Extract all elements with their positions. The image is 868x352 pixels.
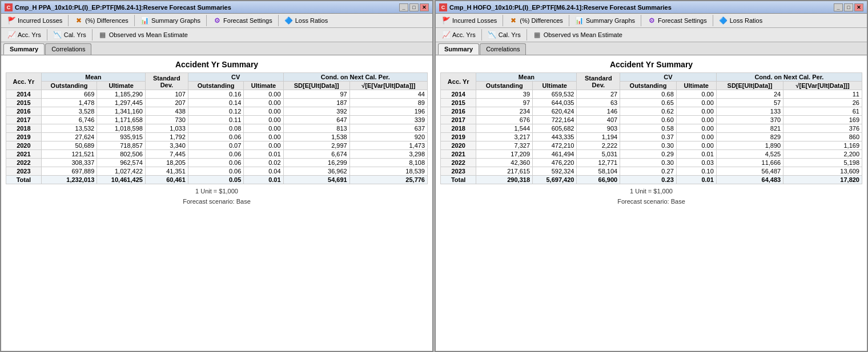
table-cell: 1,478 (41, 99, 97, 107)
right-minimize-btn[interactable]: _ (834, 3, 843, 11)
left-incurred-losses-btn[interactable]: 🚩 Incurred Losses (3, 15, 66, 26)
left-col-cond: Cond. on Next Cal. Per. (283, 73, 427, 82)
table-cell: 1,169 (783, 141, 862, 150)
table-cell: 27,624 (41, 133, 97, 141)
table-cell: 2018 (441, 124, 476, 133)
left-tab-correlations[interactable]: Correlations (45, 43, 91, 55)
table-cell: 13,532 (41, 124, 97, 133)
left-col-m-ult: Ultimate (97, 82, 146, 90)
table-cell: 730 (145, 116, 188, 124)
table-cell: 0.30 (620, 159, 677, 167)
table-cell: 89 (349, 99, 427, 107)
right-tab-summary[interactable]: Summary (438, 43, 479, 55)
table-cell: 0.00 (676, 107, 716, 116)
table-cell: 24 (716, 90, 783, 99)
table-cell: 0.00 (676, 124, 716, 133)
right-incurred-losses-btn[interactable]: 🚩 Incurred Losses (438, 15, 500, 26)
table-cell: 7,327 (476, 141, 533, 150)
right-cal-yrs-btn[interactable]: 📉 Cal. Yrs (484, 29, 524, 41)
table-cell: 1,341,160 (97, 107, 146, 116)
table-cell: 1,890 (716, 141, 783, 150)
table-cell: 2022 (6, 159, 42, 167)
table-cell: 0.01 (244, 176, 283, 184)
left-col-cv-ult: Ultimate (244, 82, 283, 90)
table-cell: 133 (716, 107, 783, 116)
right-loss-icon: 🔷 (719, 16, 728, 25)
table-cell: 2020 (6, 141, 42, 150)
right-acc-yrs-btn[interactable]: 📈 Acc. Yrs (438, 29, 479, 41)
right-col-std: StandardDev. (577, 73, 620, 90)
table-cell: 438 (145, 107, 188, 116)
right-flag-icon: 🚩 (441, 16, 451, 25)
table-cell: 461,494 (533, 150, 577, 159)
table-cell: 50,689 (41, 141, 97, 150)
table-cell: 2015 (441, 99, 476, 107)
table-cell: 196 (349, 107, 427, 116)
left-summary-graphs-btn[interactable]: 📊 Summary Graphs (137, 15, 204, 26)
table-cell: 6,746 (41, 116, 97, 124)
table-cell: 1,194 (577, 133, 620, 141)
table-cell: 97 (283, 90, 349, 99)
table-cell: 66,900 (577, 176, 620, 184)
right-data-table: Acc. Yr Mean StandardDev. CV Cond. on Ne… (440, 72, 862, 184)
right-close-btn[interactable]: ✕ (854, 3, 863, 11)
table-cell: 0.11 (188, 116, 244, 124)
table-cell: 0.00 (676, 133, 716, 141)
left-differences-btn[interactable]: ✖ (%) Differences (71, 15, 132, 26)
left-col-std: StandardDev. (145, 73, 188, 90)
right-obs-icon: ▦ (533, 30, 542, 39)
table-cell: 0.65 (620, 99, 677, 107)
left-close-btn[interactable]: ✕ (420, 3, 429, 11)
table-cell: 0.07 (188, 141, 244, 150)
table-cell: 57 (716, 99, 783, 107)
table-cell: 829 (716, 133, 783, 141)
table-cell: 718,857 (97, 141, 146, 150)
table-cell: 25,776 (349, 176, 427, 184)
right-summary-graphs-btn[interactable]: 📊 Summary Graphs (572, 15, 638, 26)
left-col-cond-sd: SD[E[Ult|Data]] (283, 82, 349, 90)
table-cell: 63 (577, 99, 620, 107)
table-cell: 1,232,013 (41, 176, 97, 184)
right-col-cond-sd: SD[E[Ult|Data]] (716, 82, 783, 90)
left-minimize-btn[interactable]: _ (399, 3, 408, 11)
table-cell: 11 (783, 90, 862, 99)
left-forecast-settings-btn[interactable]: ⚙ Forecast Settings (209, 15, 276, 26)
table-cell: 61 (783, 107, 862, 116)
table-cell: 27 (577, 90, 620, 99)
table-cell: 2022 (441, 159, 476, 167)
left-footer1: 1 Unit = $1,000 (6, 188, 428, 195)
left-loss-ratios-btn[interactable]: 🔷 Loss Ratios (281, 15, 331, 26)
left-tab-summary[interactable]: Summary (3, 43, 45, 55)
table-cell: 2014 (441, 90, 476, 99)
table-cell: 2017 (6, 116, 42, 124)
table-cell: 2019 (441, 133, 476, 141)
left-cal-yrs-btn[interactable]: 📉 Cal. Yrs (50, 29, 90, 41)
table-cell: 722,164 (533, 116, 577, 124)
table-cell: 7,445 (145, 150, 188, 159)
table-cell: 2021 (6, 150, 42, 159)
right-col-cv: CV (620, 73, 717, 82)
left-maximize-btn[interactable]: □ (409, 3, 419, 11)
right-cal-icon: 📉 (488, 30, 497, 39)
left-obs-vs-mean-btn[interactable]: ▦ Observed vs Mean Estimate (95, 29, 191, 41)
right-content: Accident Yr Summary Acc. Yr Mean Standar… (436, 55, 867, 351)
right-tab-correlations[interactable]: Correlations (480, 43, 526, 55)
table-cell: 0.06 (188, 159, 244, 167)
table-cell: 0.00 (676, 90, 716, 99)
right-forecast-settings-btn[interactable]: ⚙ Forecast Settings (644, 15, 710, 26)
right-differences-btn[interactable]: ✖ (%) Differences (505, 15, 566, 26)
table-cell: 0.01 (676, 150, 716, 159)
left-acc-yrs-btn[interactable]: 📈 Acc. Yrs (3, 29, 45, 41)
table-cell: 2018 (6, 124, 42, 133)
table-cell: Total (6, 176, 42, 184)
right-sep1 (503, 15, 503, 26)
right-loss-ratios-btn[interactable]: 🔷 Loss Ratios (716, 15, 766, 26)
table-cell: 2020 (441, 141, 476, 150)
right-maximize-btn[interactable]: □ (844, 3, 853, 11)
table-cell: 903 (577, 124, 620, 133)
table-cell: 1,544 (476, 124, 533, 133)
table-cell: 407 (577, 116, 620, 124)
left-sep5 (47, 29, 47, 41)
table-cell: 0.06 (188, 167, 244, 176)
right-obs-vs-mean-btn[interactable]: ▦ Observed vs Mean Estimate (529, 29, 626, 41)
